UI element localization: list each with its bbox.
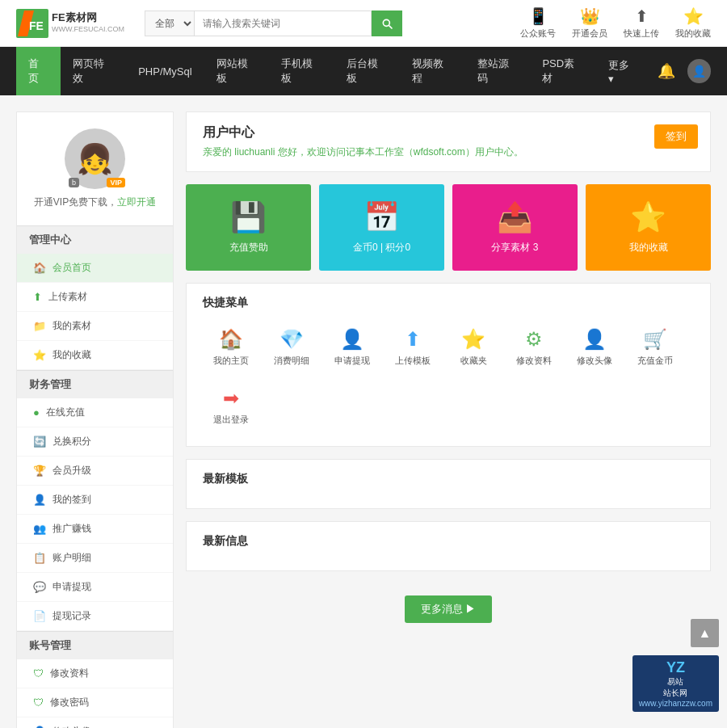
header-wechat[interactable]: 📱 公众账号 [520, 6, 556, 40]
quick-menu-edit-profile[interactable]: ⚙ 修改资料 [506, 320, 562, 375]
username-display: liuchuanli [234, 146, 275, 158]
content-area: 用户中心 亲爱的 liuchuanli 您好，欢迎访问记事本工作室（wfdsof… [186, 112, 711, 728]
qm-recharge-coins-icon: 🛒 [643, 328, 667, 351]
sidebar-item-edit-profile[interactable]: 🛡 修改资料 [17, 659, 173, 688]
search-button[interactable] [372, 11, 402, 36]
quick-menu-logout[interactable]: ➡ 退出登录 [203, 379, 259, 434]
notification-bell[interactable]: 🔔 [649, 62, 683, 80]
navbar: 首页 网页特效 PHP/MySql 网站模板 手机模板 后台模板 视频教程 整站… [0, 47, 727, 95]
trophy-icon: 🏆 [33, 465, 46, 477]
sidebar-item-mysource[interactable]: 📁 我的素材 [17, 312, 173, 341]
scroll-top-button[interactable]: ▲ [691, 619, 719, 647]
logo-icon: FE [16, 9, 48, 38]
quick-menu-expense[interactable]: 💎 消费明细 [263, 320, 320, 375]
qm-home-label: 我的主页 [213, 355, 249, 367]
collection-icon: ⭐ [630, 200, 666, 234]
latest-info-title: 最新信息 [203, 534, 694, 549]
folder-icon: 📁 [33, 320, 46, 332]
favorites-label: 我的收藏 [675, 27, 711, 40]
qm-edit-avatar-label: 修改头像 [577, 355, 612, 367]
signin-button[interactable]: 签到 [654, 124, 698, 149]
user-center-header: 用户中心 亲爱的 liuchuanli 您好，欢迎访问记事本工作室（wfdsof… [186, 112, 711, 172]
quick-menu-upload-template[interactable]: ⬆ 上传模板 [385, 320, 441, 375]
qm-bookmarks-icon: ⭐ [461, 328, 485, 351]
nav-item-more[interactable]: 更多 ▾ [596, 48, 649, 95]
greeting-suffix: 您好，欢迎访问记事本工作室（wfdsoft.com）用户中心。 [278, 146, 523, 158]
stat-cards: 💾 充值赞助 📅 金币0 | 积分0 📤 分享素材 3 ⭐ 我的收藏 [186, 184, 711, 271]
home-icon: 🏠 [33, 262, 46, 274]
nav-item-php[interactable]: PHP/MySql [126, 56, 204, 87]
upload-label: 快速上传 [624, 27, 659, 40]
sidebar-item-withdraw-history[interactable]: 📄 提现记录 [17, 602, 173, 631]
quick-menu-home[interactable]: 🏠 我的主页 [203, 320, 259, 375]
sidebar-item-label: 账户明细 [53, 551, 91, 565]
vip-label: 开通会员 [572, 27, 607, 40]
sidebar-item-recharge[interactable]: ● 在线充值 [17, 398, 173, 427]
header: FE FE素材网 WWW.FESUCAI.COM 全部 📱 公众账号 👑 开通会… [0, 0, 727, 47]
sidebar-item-promote[interactable]: 👥 推广赚钱 [17, 515, 173, 544]
upload-icon-s: ⬆ [33, 291, 42, 303]
sidebar-section-finance: 财务管理 [17, 370, 173, 398]
sidebar-item-home[interactable]: 🏠 会员首页 [17, 254, 173, 283]
stat-card-coins[interactable]: 📅 金币0 | 积分0 [319, 184, 444, 271]
stat-card-share[interactable]: 📤 分享素材 3 [452, 184, 578, 271]
sidebar-item-edit-avatar[interactable]: 👤 修改头像 [17, 717, 173, 728]
sidebar-item-label: 申请提现 [53, 580, 91, 594]
search-area: 全部 [145, 11, 402, 36]
nav-item-psd[interactable]: PSD素材 [530, 47, 595, 95]
sidebar-item-upload[interactable]: ⬆ 上传素材 [17, 283, 173, 312]
sidebar-item-label: 我的素材 [53, 319, 91, 333]
quick-menu-recharge-coins[interactable]: 🛒 充值金币 [627, 320, 683, 375]
quick-menu-withdraw[interactable]: 👤 申请提现 [324, 320, 380, 375]
stat-card-recharge[interactable]: 💾 充值赞助 [186, 184, 311, 271]
qm-logout-label: 退出登录 [213, 414, 249, 426]
user-avatar-nav[interactable]: 👤 [687, 59, 711, 83]
sidebar-item-label: 会员升级 [53, 464, 91, 478]
logo-subtitle: WWW.FESUCAI.COM [52, 25, 124, 35]
nav-item-video[interactable]: 视频教程 [400, 47, 465, 95]
more-messages-button[interactable]: 更多消息 ▶ [405, 595, 493, 623]
sidebar-item-label: 推广赚钱 [53, 522, 91, 536]
qm-home-icon: 🏠 [219, 328, 243, 351]
logo[interactable]: FE FE素材网 WWW.FESUCAI.COM [16, 9, 124, 38]
sidebar-item-label: 我的签到 [53, 493, 91, 507]
nav-item-webeffects[interactable]: 网页特效 [61, 47, 126, 95]
sidebar-item-favorites[interactable]: ⭐ 我的收藏 [17, 341, 173, 370]
logo-text: FE素材网 WWW.FESUCAI.COM [52, 11, 124, 35]
exchange-icon: 🔄 [33, 436, 46, 448]
sidebar-item-checkin[interactable]: 👤 我的签到 [17, 486, 173, 515]
sidebar-item-upgrade[interactable]: 🏆 会员升级 [17, 457, 173, 486]
nav-item-home[interactable]: 首页 [16, 47, 61, 95]
quick-menu-section: 快捷菜单 🏠 我的主页 💎 消费明细 👤 申请提现 ⬆ 上传模板 [186, 283, 711, 447]
coins-label: 金币0 | 积分0 [353, 241, 410, 255]
header-upload[interactable]: ⬆ 快速上传 [624, 6, 659, 40]
header-favorites[interactable]: ⭐ 我的收藏 [675, 6, 711, 40]
group-icon: 👥 [33, 523, 46, 535]
sidebar-item-label: 在线充值 [46, 406, 85, 419]
nav-item-backend[interactable]: 后台模板 [334, 47, 400, 95]
stat-card-collection[interactable]: ⭐ 我的收藏 [586, 184, 711, 271]
open-vip-link[interactable]: 立即开通 [117, 196, 156, 208]
qm-upload-icon: ⬆ [405, 328, 421, 351]
sidebar-item-edit-password[interactable]: 🛡 修改密码 [17, 688, 173, 717]
nav-item-mobile[interactable]: 手机模板 [269, 47, 334, 95]
search-category-select[interactable]: 全部 [145, 11, 194, 36]
vip-badge: VIP [107, 178, 125, 187]
sidebar-item-exchange[interactable]: 🔄 兑换积分 [17, 427, 173, 457]
sidebar-item-label: 修改资料 [50, 667, 89, 680]
list-icon: 📋 [33, 552, 46, 564]
quick-menu-bookmarks[interactable]: ⭐ 收藏夹 [445, 320, 502, 375]
sidebar-item-account[interactable]: 📋 账户明细 [17, 544, 173, 573]
quick-menu-edit-avatar[interactable]: 👤 修改头像 [566, 320, 623, 375]
recharge-label: 充值赞助 [229, 241, 268, 255]
sidebar-item-withdraw[interactable]: 💬 申请提现 [17, 573, 173, 602]
header-vip[interactable]: 👑 开通会员 [572, 6, 607, 40]
nav-item-webtemplate[interactable]: 网站模板 [204, 47, 270, 95]
qm-withdraw-icon: 👤 [340, 328, 364, 351]
search-input[interactable] [194, 11, 372, 36]
vip-text: 开通VIP免费下载， [34, 196, 117, 208]
qm-expense-icon: 💎 [279, 328, 304, 351]
sidebar-item-label: 兑换积分 [53, 435, 91, 448]
nav-item-source[interactable]: 整站源码 [465, 47, 531, 95]
header-icons: 📱 公众账号 👑 开通会员 ⬆ 快速上传 ⭐ 我的收藏 [520, 6, 711, 40]
